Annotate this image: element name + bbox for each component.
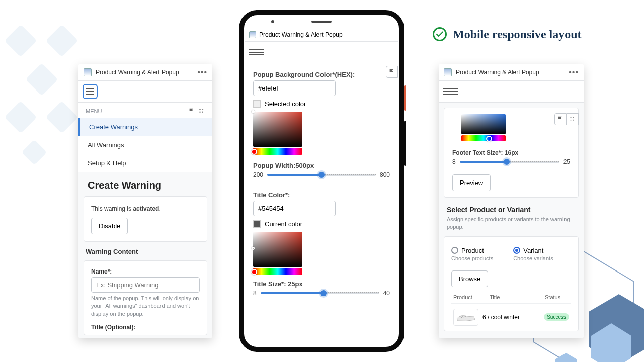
menu-header: MENU	[78, 103, 212, 118]
product-thumbnail	[453, 309, 478, 326]
svg-marker-2	[591, 323, 631, 362]
phone-header: Product Warning & Alert Popup	[245, 28, 398, 42]
disable-button[interactable]: Disable	[91, 218, 128, 234]
select-title: Select Product or Variant	[447, 206, 576, 214]
preview-button[interactable]: Preview	[452, 174, 491, 191]
page-title: Create Warning	[88, 179, 203, 191]
variant-radio[interactable]: Variant	[513, 247, 553, 254]
footer-config-section: Footer Text Size*: 16px 8 25 Preview	[444, 108, 579, 198]
width-slider[interactable]	[267, 174, 376, 176]
hamburger-icon[interactable]	[83, 84, 98, 99]
title-color-picker[interactable]	[253, 232, 302, 275]
current-color-row: Current color	[253, 220, 390, 228]
title-label: Title (Optional):	[91, 324, 200, 331]
warning-content-section: Name*: Name of the popup. This will only…	[84, 260, 207, 335]
flag-icon[interactable]	[188, 108, 195, 115]
left-panel: Product Warning & Alert Popup ••• MENU C…	[78, 64, 212, 338]
width-label: Popup Width:500px	[253, 162, 390, 169]
svg-point-9	[573, 117, 574, 118]
svg-point-6	[199, 111, 201, 113]
app-icon	[249, 31, 256, 38]
table-header: Product Title Status	[451, 291, 571, 304]
heading: Mobile responsive layout	[433, 27, 582, 41]
bg-color-picker[interactable]	[253, 112, 302, 155]
title-size-slider[interactable]	[261, 292, 379, 294]
app-icon	[84, 68, 92, 76]
browse-button[interactable]: Browse	[451, 270, 488, 287]
menu-item-create[interactable]: Create Warnings	[78, 118, 212, 136]
app-icon	[444, 68, 452, 76]
app-title: Product Warning & Alert Popup	[456, 69, 539, 76]
grid-icon[interactable]	[198, 108, 205, 115]
bg-color-label: Popup Background Color*(HEX):	[253, 71, 390, 78]
title-size-label: Title Size*: 25px	[253, 280, 390, 288]
svg-point-7	[202, 111, 203, 113]
row-title: 6 / cool winter	[482, 314, 540, 321]
title-color-label: Title Color*:	[253, 191, 390, 199]
phone-power-button	[404, 85, 406, 111]
svg-point-4	[199, 109, 201, 110]
status-badge: Success	[544, 313, 569, 321]
panel-header: Product Warning & Alert Popup •••	[78, 64, 212, 81]
check-icon	[433, 27, 447, 41]
panel-header: Product Warning & Alert Popup •••	[439, 64, 584, 81]
select-desc: Assign specific products or variants to …	[447, 216, 576, 231]
warning-content-title: Warning Content	[86, 248, 205, 255]
menu-item-setup[interactable]: Setup & Help	[78, 154, 212, 172]
grid-badge[interactable]	[567, 113, 579, 125]
current-color-swatch	[253, 220, 261, 228]
name-input[interactable]	[91, 277, 200, 293]
right-panel: Product Warning & Alert Popup ••• Footer…	[439, 64, 584, 338]
menu-item-all[interactable]: All Warnings	[78, 136, 212, 154]
product-radio[interactable]: Product	[451, 247, 493, 254]
status-text: This warning is activated.	[91, 205, 161, 212]
selected-color-swatch	[253, 100, 261, 108]
footer-color-picker[interactable]	[461, 114, 506, 141]
heading-text: Mobile responsive layout	[453, 28, 582, 41]
phone-volume-button	[404, 121, 406, 166]
phone-frame: Product Warning & Alert Popup Popup Back…	[239, 10, 404, 352]
name-label: Name*:	[91, 268, 200, 275]
flag-badge[interactable]	[386, 66, 398, 78]
more-icon[interactable]: •••	[569, 70, 579, 75]
hamburger-icon[interactable]	[443, 84, 458, 99]
flag-badge[interactable]	[554, 113, 567, 125]
table-row[interactable]: 6 / cool winter Success	[451, 304, 571, 331]
svg-point-11	[573, 120, 574, 121]
selected-color-row: Selected color	[253, 100, 390, 108]
svg-point-5	[202, 109, 203, 110]
name-help: Name of the popup. This will only displa…	[91, 295, 200, 318]
svg-marker-3	[555, 353, 577, 362]
svg-point-8	[570, 117, 571, 118]
footer-size-slider[interactable]	[460, 161, 559, 163]
product-variant-section: Product Choose products Variant Choose v…	[444, 236, 579, 331]
title-color-input[interactable]	[253, 201, 336, 216]
app-title: Product Warning & Alert Popup	[96, 69, 179, 76]
svg-point-10	[570, 120, 571, 121]
hamburger-icon[interactable]	[249, 45, 264, 60]
footer-size-label: Footer Text Size*: 16px	[452, 149, 570, 156]
status-section: This warning is activated. Disable	[84, 196, 207, 242]
more-icon[interactable]: •••	[197, 70, 207, 75]
bg-color-input[interactable]	[253, 80, 336, 96]
